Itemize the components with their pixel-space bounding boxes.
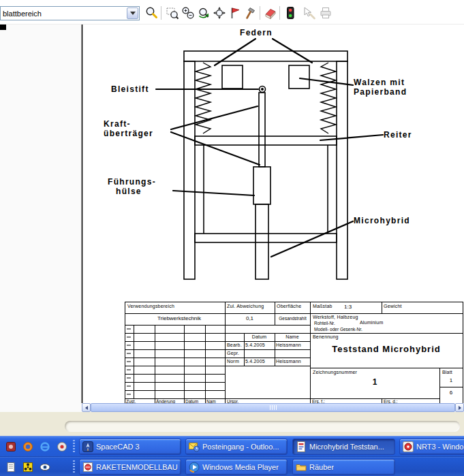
firefox-icon — [22, 441, 33, 452]
taskbar-button-label: Posteingang - Outloo... — [202, 443, 279, 451]
flag-button[interactable] — [227, 5, 243, 21]
status-bar — [0, 412, 464, 436]
titleblock-col-name: Name — [275, 334, 310, 340]
toolbar-separator — [260, 6, 261, 20]
zoom-pan-icon — [213, 6, 226, 20]
titleblock-benennung-label: Benennung — [313, 334, 339, 340]
spacecad-icon — [82, 441, 93, 452]
taskbar: SpaceCAD 3 Posteingang - Outloo... Micro… — [0, 436, 464, 476]
quicklaunch-notes[interactable] — [3, 459, 19, 475]
taskbar-button-label: NRT3 - Windo... — [416, 443, 464, 451]
quicklaunch-grip[interactable] — [73, 460, 75, 473]
taskbar-button-label: SpaceCAD 3 — [96, 443, 140, 451]
titleblock-blatt-total: 6 — [439, 390, 463, 396]
application-window: blattbereich — [0, 0, 464, 476]
titleblock-abweichung-label: Zul. Abweichung — [227, 304, 264, 309]
arrow-left-icon — [85, 406, 88, 410]
titleblock-verwendung-value: Triebwerkstechnik — [134, 315, 225, 321]
quicklaunch-round-app[interactable] — [54, 439, 70, 455]
taskbar-button-raeuber[interactable]: Räuber — [292, 459, 395, 475]
red-app-icon — [5, 441, 16, 452]
titleblock-norm-name: Heissmann — [276, 359, 301, 364]
scroll-right-button[interactable] — [455, 403, 464, 412]
taskbar-button-label: Räuber — [309, 463, 334, 471]
horizontal-scrollbar[interactable] — [82, 403, 464, 412]
quicklaunch-eye[interactable] — [37, 459, 53, 475]
zoom-window-icon — [166, 6, 179, 20]
status-panel — [65, 421, 460, 432]
titleblock-bearb-name: Heissmann — [276, 343, 301, 348]
label-kraft-1: Kraft- — [104, 119, 131, 129]
zoom-in-out-button[interactable] — [180, 5, 196, 21]
titleblock-col-datum: Datum — [244, 334, 275, 340]
label-federn: Federn — [240, 28, 273, 37]
zoom-window-button[interactable] — [164, 5, 181, 21]
taskbar-row-2: RAKETENMODELLBAU... Windows Media Player… — [0, 457, 464, 476]
label-microhybrid: Microhybrid — [354, 216, 410, 225]
quicklaunch-internet-explorer[interactable] — [37, 439, 53, 455]
nrt3-icon — [403, 441, 414, 452]
toolbar-separator — [161, 6, 162, 20]
notes-icon — [5, 462, 16, 473]
taskbar-button-spacecad[interactable]: SpaceCAD 3 — [79, 439, 181, 455]
taskbar-button-raketenmodellbau[interactable]: RAKETENMODELLBAU... — [79, 459, 181, 475]
label-reiter: Reiter — [384, 130, 412, 140]
zoom-pan-button[interactable] — [211, 5, 228, 21]
quicklaunch-firefox[interactable] — [20, 439, 36, 455]
titleblock-oberflaeche-label: Oberfläche — [277, 304, 301, 309]
titleblock-norm-datum: 5.4.2005 — [245, 359, 265, 364]
print-button[interactable] — [318, 5, 334, 21]
titleblock-zeichnungsnummer-label: Zeichnungsnummer — [313, 370, 357, 375]
taskbar-button-outlook[interactable]: Posteingang - Outloo... — [185, 439, 288, 455]
zoom-previous-button[interactable] — [196, 5, 212, 21]
round-app-icon — [57, 441, 67, 452]
folder-icon — [296, 462, 307, 473]
radiation-icon — [22, 462, 33, 473]
titleblock-verwendung-label: Verwendungsbereich — [127, 304, 174, 309]
quicklaunch-grip[interactable] — [73, 440, 75, 453]
eraser-button[interactable] — [262, 5, 279, 21]
zoom-previous-icon — [197, 6, 211, 20]
scroll-left-button[interactable] — [82, 403, 91, 412]
scrollbar-thumb[interactable] — [91, 403, 455, 412]
quicklaunch-radiation[interactable] — [20, 459, 36, 475]
titleblock-blatt-value: 1 — [439, 377, 463, 383]
scrollbar-corner — [0, 403, 82, 412]
zoom-area-combobox[interactable]: blattbereich — [0, 6, 140, 20]
titleblock-rohteil-label: Rohteil-Nr. — [314, 321, 335, 326]
printer-icon — [319, 6, 332, 20]
taskbar-button-nrt3[interactable]: NRT3 - Windo... — [399, 439, 464, 455]
zoom-tool-button[interactable] — [143, 5, 159, 21]
quicklaunch-red-app[interactable] — [3, 439, 19, 455]
drawing-doc-icon — [296, 441, 307, 452]
zoom-tool-icon — [144, 6, 158, 20]
traffic-light-button[interactable] — [282, 5, 298, 21]
internet-explorer-icon — [40, 441, 50, 452]
outlook-icon — [189, 441, 200, 452]
taskbar-button-microhybrid-teststand[interactable]: Microhybrid Teststan... — [292, 439, 395, 455]
titleblock-bearb-datum: 5.4.2005 — [245, 343, 265, 348]
drawing-viewport[interactable]: Federn Bleistift Walzen mit Papierband K… — [0, 25, 464, 403]
titleblock-benennung-value: Teststand Microhybrid — [310, 344, 463, 354]
label-kraft-2: überträger — [104, 129, 153, 138]
hammer-button[interactable] — [243, 5, 259, 21]
titleblock-massstab-value: 1:3 — [344, 304, 352, 310]
label-fuehrung-2: hülse — [116, 187, 142, 196]
redline-button[interactable] — [301, 5, 318, 21]
titleblock-bearb-label: Bearb. — [227, 343, 242, 348]
traffic-light-icon — [283, 6, 297, 20]
titleblock-abweichung-value: 0,1 — [225, 315, 275, 321]
eye-icon — [40, 462, 50, 473]
combobox-dropdown-button[interactable] — [127, 7, 138, 19]
taskbar-row-1: SpaceCAD 3 Posteingang - Outloo... Micro… — [0, 437, 464, 456]
toolbar-separator — [279, 6, 281, 20]
label-walzen-1: Walzen mit — [354, 78, 405, 87]
taskbar-button-label: Windows Media Player — [202, 463, 279, 471]
toolbar: blattbereich — [0, 0, 464, 25]
titleblock-gewicht-label: Gewicht — [384, 304, 402, 309]
titleblock-oberflaeche-value: Gesandstrahlt — [275, 316, 310, 321]
taskbar-button-label: Microhybrid Teststan... — [309, 443, 384, 451]
chevron-down-icon — [130, 12, 136, 15]
taskbar-button-windows-media-player[interactable]: Windows Media Player — [185, 459, 288, 475]
label-walzen-2: Papierband — [354, 87, 407, 97]
